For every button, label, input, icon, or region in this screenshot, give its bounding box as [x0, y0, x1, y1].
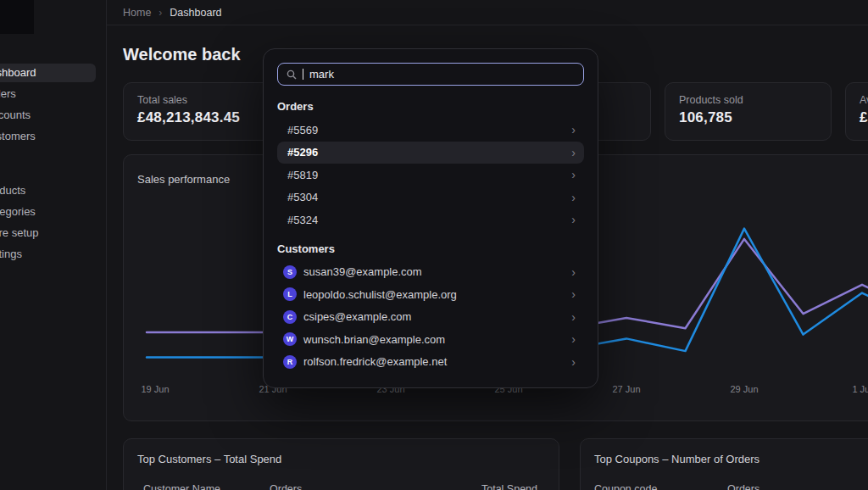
sidebar-item-orders[interactable]: Orders — [0, 85, 96, 103]
section-title-customers: Customers — [277, 242, 584, 255]
order-id: #5324 — [287, 214, 571, 226]
search-input[interactable]: mark — [277, 63, 584, 86]
sidebar-item-store-setup[interactable]: Store setup — [0, 224, 96, 242]
top-customers-card: Top Customers – Total Spend Customer Nam… — [123, 438, 559, 490]
chevron-right-icon: › — [571, 333, 576, 345]
page-title: Welcome back — [123, 45, 241, 64]
chevron-right-icon: › — [571, 147, 576, 159]
order-id: #5296 — [287, 146, 571, 159]
app-logo — [0, 0, 34, 34]
card-title: Top Coupons – Number of Orders — [594, 453, 760, 465]
column-header-orders: Orders — [270, 483, 302, 490]
chevron-right-icon: › — [571, 356, 576, 368]
order-result-row-selected[interactable]: #5296 › — [277, 142, 584, 164]
stat-label: Products sold — [679, 94, 831, 106]
sidebar-item-categories[interactable]: Categories — [0, 203, 96, 221]
order-result-row[interactable]: #5569 › — [277, 119, 584, 142]
breadcrumb-home[interactable]: Home — [123, 7, 151, 19]
order-result-row[interactable]: #5324 › — [277, 209, 584, 231]
search-input-value: mark — [309, 68, 334, 81]
customer-result-row[interactable]: W wunsch.brian@example.com › — [277, 328, 584, 351]
customer-email: susan39@example.com — [303, 265, 571, 278]
breadcrumb-separator-icon: › — [159, 7, 162, 19]
x-axis-tick: 27 Jun — [612, 384, 640, 394]
sidebar-item-discounts[interactable]: Discounts — [0, 106, 96, 125]
column-header-total-spend: Total Spend — [481, 483, 537, 490]
chevron-right-icon: › — [571, 266, 576, 278]
avatar: S — [283, 265, 297, 279]
order-id: #5304 — [287, 191, 571, 203]
avatar: W — [283, 332, 297, 346]
customer-email: leopoldo.schulist@example.org — [303, 288, 571, 301]
order-id: #5819 — [287, 169, 571, 181]
stat-label: Average order value — [860, 94, 868, 106]
top-coupons-card: Top Coupons – Number of Orders Coupon co… — [580, 438, 868, 490]
stat-value: £1 — [860, 109, 868, 126]
x-axis-tick: 19 Jun — [141, 384, 169, 394]
x-axis-tick: 1 Jul — [852, 384, 868, 394]
chart-title: Sales performance — [137, 173, 230, 186]
search-icon — [287, 70, 297, 80]
column-header-orders: Orders — [727, 483, 760, 490]
column-header-coupon-code: Coupon code — [594, 483, 657, 490]
breadcrumb-current: Dashboard — [170, 7, 221, 19]
customer-email: rolfson.fredrick@example.net — [303, 355, 571, 368]
column-header-customer-name: Customer Name — [143, 483, 220, 490]
section-title-orders: Orders — [277, 100, 584, 113]
customer-result-row[interactable]: C csipes@example.com › — [277, 306, 584, 329]
breadcrumb: Home › Dashboard — [123, 6, 222, 19]
stat-card-products-sold: Products sold 106,785 — [665, 82, 832, 141]
avatar: L — [283, 287, 297, 301]
chevron-right-icon: › — [571, 311, 576, 323]
customer-result-row[interactable]: L leopoldo.schulist@example.org › — [277, 283, 584, 306]
sidebar-nav: Dashboard Orders Discounts Customers Pro… — [0, 64, 96, 266]
customer-email: wunsch.brian@example.com — [303, 333, 571, 346]
avatar: R — [283, 355, 297, 369]
order-result-row[interactable]: #5819 › — [277, 164, 584, 187]
customer-email: csipes@example.com — [303, 310, 571, 323]
chevron-right-icon: › — [571, 192, 576, 203]
chevron-right-icon: › — [571, 214, 576, 226]
chevron-right-icon: › — [571, 124, 576, 136]
order-id: #5569 — [287, 124, 571, 136]
sidebar-item-customers[interactable]: Customers — [0, 127, 96, 146]
card-title: Top Customers – Total Spend — [137, 453, 281, 465]
order-result-row[interactable]: #5304 › — [277, 187, 584, 209]
customer-result-row[interactable]: S susan39@example.com › — [277, 261, 584, 284]
topbar-divider — [107, 25, 868, 25]
sidebar: Dashboard Orders Discounts Customers Pro… — [0, 0, 107, 490]
text-cursor — [303, 69, 303, 80]
avatar: C — [283, 310, 297, 324]
stat-card-average-order-value: Average order value £1 — [845, 82, 868, 141]
sidebar-item-products[interactable]: Products — [0, 181, 96, 200]
chevron-right-icon: › — [571, 288, 576, 300]
sidebar-item-dashboard[interactable]: Dashboard — [0, 64, 96, 82]
command-palette: mark Orders #5569 › #5296 › #5819 › #530… — [263, 48, 598, 388]
x-axis-tick: 29 Jun — [730, 384, 758, 394]
chevron-right-icon: › — [571, 169, 576, 181]
customer-result-row[interactable]: R rolfson.fredrick@example.net › — [277, 351, 584, 374]
stat-value: 106,785 — [679, 109, 831, 126]
sidebar-item-settings[interactable]: Settings — [0, 245, 96, 264]
